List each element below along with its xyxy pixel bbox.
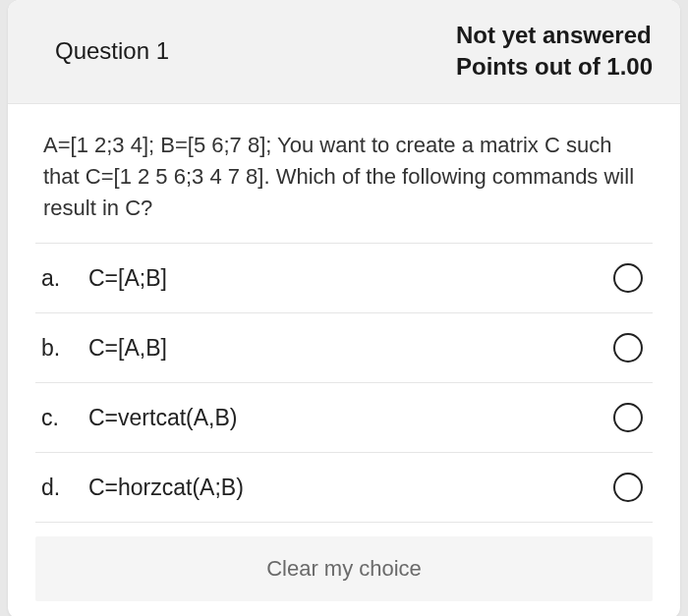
question-number: Question 1: [55, 37, 169, 65]
option-b[interactable]: b. C=[A,B]: [35, 313, 653, 383]
clear-row: Clear my choice: [35, 523, 653, 611]
question-meta: Not yet answered Points out of 1.00: [456, 20, 653, 84]
option-letter: c.: [41, 405, 88, 431]
question-card: Question 1 Not yet answered Points out o…: [8, 0, 680, 616]
question-header: Question 1 Not yet answered Points out o…: [8, 0, 680, 104]
option-d[interactable]: d. C=horzcat(A;B): [35, 453, 653, 523]
question-text: A=[1 2;3 4]; B=[5 6;7 8]; You want to cr…: [35, 124, 653, 244]
option-a[interactable]: a. C=[A;B]: [35, 244, 653, 313]
option-text: C=vertcat(A,B): [88, 405, 613, 431]
points-label: Points out of 1.00: [456, 51, 653, 83]
options-list: a. C=[A;B] b. C=[A,B] c. C=vertcat(A,B) …: [35, 243, 653, 523]
option-letter: b.: [41, 335, 88, 362]
radio-icon[interactable]: [613, 263, 643, 293]
radio-icon[interactable]: [613, 473, 643, 502]
answer-status: Not yet answered: [456, 20, 653, 51]
option-text: C=[A;B]: [88, 265, 613, 292]
clear-choice-button[interactable]: Clear my choice: [35, 536, 653, 601]
question-body: A=[1 2;3 4]; B=[5 6;7 8]; You want to cr…: [8, 104, 680, 616]
option-text: C=horzcat(A;B): [88, 475, 613, 501]
option-letter: d.: [41, 475, 88, 501]
option-c[interactable]: c. C=vertcat(A,B): [35, 383, 653, 453]
option-text: C=[A,B]: [88, 335, 613, 362]
radio-icon[interactable]: [613, 333, 643, 363]
option-letter: a.: [41, 265, 88, 292]
radio-icon[interactable]: [613, 403, 643, 432]
